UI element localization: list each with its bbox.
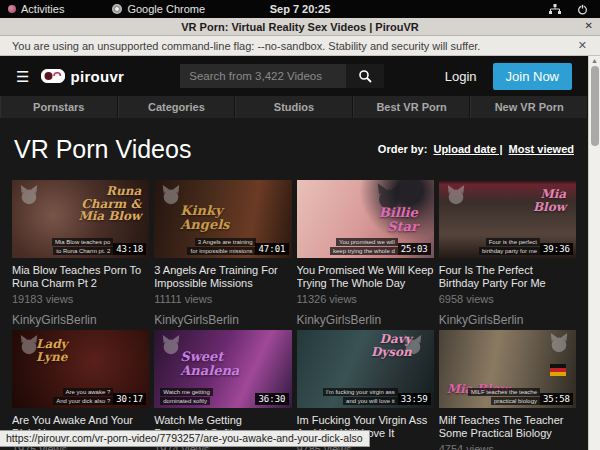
vr-goggles-icon [41, 69, 65, 83]
video-studio-link[interactable]: KinkyGirlsBerlin [154, 313, 291, 327]
cat-mask-logo-icon [18, 184, 40, 206]
video-thumbnail[interactable]: Runa Charm & Mia Blow Mia Blow teaches p… [12, 180, 149, 258]
power-icon[interactable] [577, 4, 588, 15]
nav-item-new-vr-porn[interactable]: New VR Porn [470, 96, 588, 118]
duration-badge: 43:18 [113, 243, 146, 255]
chrome-infobar: You are using an unsupported command-lin… [0, 36, 600, 56]
duration-badge: 47:01 [255, 243, 288, 255]
video-thumbnail[interactable]: Mia Blow Four is the perfect birthday pa… [439, 180, 576, 258]
video-title[interactable]: Mia Blow Teaches Porn To Runa Charm Pt 2 [12, 264, 149, 290]
scrollbar-up-arrow[interactable]: ▲ [589, 56, 600, 65]
video-studio-link[interactable]: KinkyGirlsBerlin [12, 313, 149, 327]
video-card[interactable]: Runa Charm & Mia Blow Mia Blow teaches p… [12, 180, 149, 330]
video-thumbnail[interactable]: Mia Blow MILF teaches the teache practic… [439, 330, 576, 408]
video-grid: Runa Charm & Mia Blow Mia Blow teaches p… [0, 180, 588, 450]
german-flag-icon [550, 364, 566, 376]
thumbnail-caption: I'm fucking your virgin ass and you will… [323, 387, 398, 405]
logo-text: pirouvr [70, 68, 124, 85]
video-card[interactable]: Billie Star You promised we will keep tr… [297, 180, 434, 330]
search-bar [180, 64, 384, 88]
thumbnail-caption: Four is the perfect birthday party for m… [479, 237, 540, 255]
video-views: 6958 views [439, 293, 576, 305]
cat-mask-logo-icon [548, 332, 570, 354]
thumbnail-overlay-title: Lady Lyne [36, 338, 68, 363]
nav-item-categories[interactable]: Categories [118, 96, 236, 118]
order-most-viewed-link[interactable]: Most viewed [509, 143, 574, 155]
window-close-icon[interactable]: ✕ [585, 20, 593, 31]
search-button[interactable] [346, 64, 384, 88]
window-title: VR Porn: Virtual Reality Sex Videos | Pi… [181, 21, 418, 33]
cat-mask-logo-icon [160, 334, 182, 356]
thumbnail-overlay-title: Sweet Analena [180, 350, 239, 377]
thumbnail-overlay-title: Billie Star [379, 206, 418, 233]
video-views: 11326 views [297, 293, 434, 305]
nav-item-pornstars[interactable]: Pornstars [0, 96, 118, 118]
video-title[interactable]: Four Is The Perfect Birthday Party For M… [439, 264, 576, 290]
cat-mask-logo-icon [160, 184, 182, 206]
hamburger-menu-icon[interactable]: ☰ [16, 69, 29, 84]
duration-badge: 36:30 [255, 393, 288, 405]
search-input[interactable] [180, 64, 346, 88]
duration-badge: 39:36 [540, 243, 573, 255]
thumbnail-caption: 3 Angels are training for impossible mis… [187, 237, 255, 255]
system-bar: Activities Google Chrome Sep 7 20:25 [0, 0, 600, 18]
main-nav: Pornstars Categories Studios Best VR Por… [0, 96, 588, 118]
video-card[interactable]: Mia Blow MILF teaches the teache practic… [439, 330, 576, 450]
thumbnail-overlay-title: Kinky Angels [180, 204, 229, 231]
video-views: 19183 views [12, 293, 149, 305]
nav-item-best-vr-porn[interactable]: Best VR Porn [353, 96, 471, 118]
infobar-close-icon[interactable]: ✕ [578, 39, 587, 52]
duration-badge: 33:59 [398, 393, 431, 405]
order-upload-date-link[interactable]: Upload date | [433, 143, 502, 155]
webpage: ☰ pirouvr [0, 56, 588, 450]
thumbnail-overlay-title: Davy Dyson [371, 333, 412, 358]
video-views: 4754 views [439, 443, 576, 450]
thumbnail-caption: Mia Blow teaches po to Runa Charm pt. 2 [52, 237, 113, 255]
screen: Activities Google Chrome Sep 7 20:25 VR … [0, 0, 600, 450]
duration-badge: 25:03 [398, 243, 431, 255]
thumbnail-caption: You promised we will keep trying the who… [330, 237, 398, 255]
scrollbar[interactable]: ▲ [588, 56, 600, 450]
duration-badge: 30:17 [113, 393, 146, 405]
video-thumbnail[interactable]: Kinky Angels 3 Angels are training for i… [154, 180, 291, 258]
thumbnail-overlay-title: Runa Charm & Mia Blow [78, 185, 141, 223]
video-card[interactable]: Mia Blow Four is the perfect birthday pa… [439, 180, 576, 330]
video-thumbnail[interactable]: Davy Dyson I'm fucking your virgin ass a… [297, 330, 434, 408]
page-head: VR Porn Videos Order by: Upload date | M… [0, 118, 588, 180]
site-header: ☰ pirouvr [0, 56, 588, 96]
video-title[interactable]: Milf Teaches The Teacher Some Practical … [439, 414, 576, 440]
video-studio-link[interactable]: KinkyGirlsBerlin [439, 313, 576, 327]
order-by-label: Order by: [378, 143, 428, 155]
video-views: 11111 views [154, 293, 291, 305]
window-title-bar: VR Porn: Virtual Reality Sex Videos | Pi… [0, 18, 600, 36]
infobar-message: You are using an unsupported command-lin… [12, 40, 480, 52]
thumbnail-overlay-title: Mia Blow [533, 188, 566, 213]
join-now-button[interactable]: Join Now [493, 63, 572, 90]
duration-badge: 35:58 [540, 393, 573, 405]
video-studio-link[interactable]: KinkyGirlsBerlin [297, 313, 434, 327]
login-link[interactable]: Login [445, 69, 477, 84]
video-title[interactable]: You Promised We Will Keep Trying The Who… [297, 264, 434, 290]
site-logo[interactable]: pirouvr [41, 68, 124, 85]
network-icon[interactable] [549, 4, 561, 15]
cat-mask-logo-icon [445, 184, 467, 206]
scrollbar-thumb[interactable] [591, 66, 599, 146]
thumbnail-caption: MILF teaches the teache practical biolog… [468, 387, 540, 405]
search-icon [358, 69, 372, 83]
video-thumbnail[interactable]: Billie Star You promised we will keep tr… [297, 180, 434, 258]
browser-viewport: ☰ pirouvr [0, 56, 600, 450]
order-by: Order by: Upload date | Most viewed [378, 143, 574, 155]
status-url-tooltip: https://pirouvr.com/vr-porn-video/779325… [0, 430, 370, 447]
video-thumbnail[interactable]: Lady Lyne Are you awake ? And your dick … [12, 330, 149, 408]
thumbnail-caption: Are you awake ? And your dick also ? [53, 387, 113, 405]
video-title[interactable]: 3 Angels Are Training For Impossible Mis… [154, 264, 291, 290]
thumbnail-caption: Watch me getting dominated softly [160, 387, 212, 405]
nav-item-studios[interactable]: Studios [235, 96, 353, 118]
page-title: VR Porn Videos [14, 135, 191, 164]
video-card[interactable]: Kinky Angels 3 Angels are training for i… [154, 180, 291, 330]
video-thumbnail[interactable]: Sweet Analena Watch me getting dominated… [154, 330, 291, 408]
clock[interactable]: Sep 7 20:25 [0, 3, 600, 15]
